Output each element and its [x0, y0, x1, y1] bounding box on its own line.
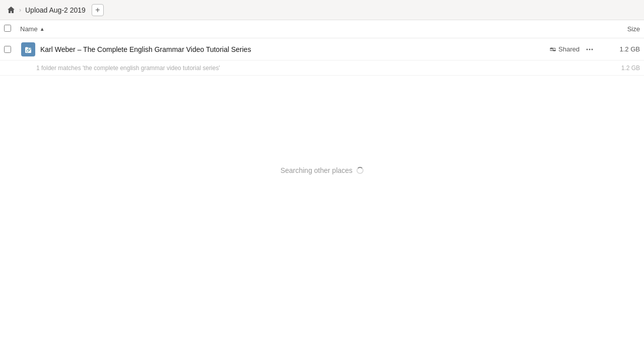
match-info-text: 1 folder matches 'the complete english g…: [36, 65, 600, 72]
match-info-size: 1.2 GB: [600, 65, 640, 72]
loading-spinner: [356, 167, 364, 174]
breadcrumb-separator: ›: [19, 7, 21, 14]
searching-text: Searching other places: [280, 166, 352, 174]
folder-icon: 🔗: [21, 42, 35, 56]
new-tab-button[interactable]: +: [92, 4, 104, 16]
row-checkbox[interactable]: [4, 46, 11, 53]
name-column-label: Name: [20, 25, 38, 33]
svg-point-3: [592, 48, 593, 50]
column-header-row: Name ▲ Size: [0, 20, 644, 38]
header-checkbox-area: [4, 25, 20, 33]
sort-arrow-icon: ▲: [40, 26, 45, 32]
breadcrumb-upload[interactable]: Upload Aug-2 2019: [22, 4, 89, 16]
svg-text:🔗: 🔗: [26, 47, 32, 53]
more-icon: [586, 45, 594, 53]
home-button[interactable]: [4, 3, 18, 17]
file-name[interactable]: Karl Weber – The Complete English Gramma…: [40, 45, 549, 53]
row-checkbox-area: [4, 46, 20, 53]
size-column-header[interactable]: Size: [600, 25, 640, 33]
shared-badge: Shared: [549, 45, 580, 53]
new-tab-icon: +: [95, 6, 100, 15]
breadcrumb-label: Upload Aug-2 2019: [25, 6, 86, 14]
more-options-button[interactable]: [584, 43, 596, 55]
svg-point-2: [589, 48, 591, 50]
searching-area: Searching other places: [0, 166, 644, 174]
folder-icon-area: 🔗: [20, 42, 36, 56]
select-all-checkbox[interactable]: [4, 25, 11, 32]
file-size: 1.2 GB: [600, 45, 640, 53]
row-actions: Shared: [549, 43, 596, 55]
shared-label: Shared: [558, 45, 580, 53]
size-column-label: Size: [627, 25, 640, 33]
header-bar: › Upload Aug-2 2019 +: [0, 0, 644, 20]
svg-point-1: [587, 48, 588, 50]
name-column-header[interactable]: Name ▲: [20, 25, 600, 33]
match-info-row: 1 folder matches 'the complete english g…: [0, 60, 644, 76]
link-icon: [549, 46, 556, 53]
file-row[interactable]: 🔗 Karl Weber – The Complete English Gram…: [0, 38, 644, 60]
